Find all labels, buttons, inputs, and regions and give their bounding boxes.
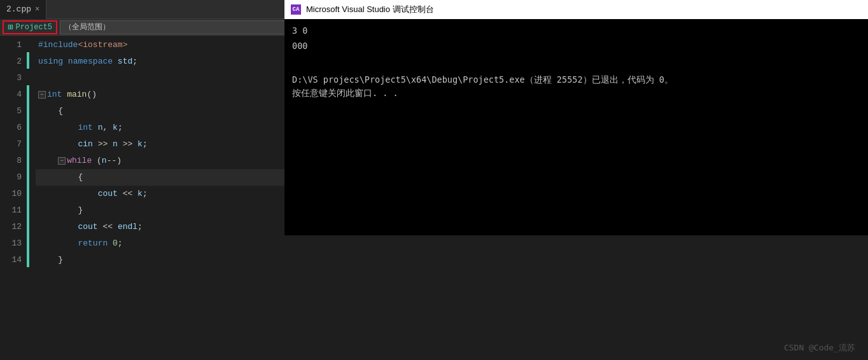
project-selector[interactable]: ⊞ Project5 <box>3 20 57 34</box>
main-area: 1 2 3 4 5 6 7 8 9 10 11 12 13 14 <box>0 36 868 360</box>
code-line-5: { <box>36 103 284 120</box>
watermark: CSDN @Code_流苏 <box>784 342 855 354</box>
code-line-3 <box>36 70 284 87</box>
code-line-6: int n, k; <box>36 120 284 136</box>
watermark-text: CSDN @Code_流苏 <box>784 343 855 352</box>
code-line-8: −while (n--) <box>36 153 284 169</box>
console-app-icon: CA <box>291 4 301 15</box>
code-line-4: −int main() <box>36 87 284 103</box>
line-numbers: 1 2 3 4 5 6 7 8 9 10 11 12 13 14 <box>0 36 27 360</box>
project-icon: ⊞ <box>8 22 13 32</box>
press-key-line: 按任意键关闭此窗口. . . <box>292 87 860 100</box>
console-window: CA Microsoft Visual Studio 调试控制台 3 0 000… <box>284 0 868 235</box>
output-line-1: 3 0 <box>292 24 860 38</box>
console-title: Microsoft Visual Studio 调试控制台 <box>306 4 434 15</box>
code-line-13: return 0; <box>36 235 284 252</box>
code-line-7: cin >> n >> k; <box>36 136 284 153</box>
code-line-12: cout << endl; <box>36 219 284 235</box>
code-line-10: cout << k; <box>36 186 284 202</box>
code-line-1: #include<iostream> <box>36 37 284 53</box>
code-line-9: { <box>36 169 284 186</box>
console-body: 3 0 000 D:\VS projecs\Project5\x64\Debug… <box>284 19 868 106</box>
code-line-14: } <box>36 252 284 268</box>
code-editor: 1 2 3 4 5 6 7 8 9 10 11 12 13 14 <box>0 36 284 360</box>
file-tab[interactable]: 2.cpp × <box>0 0 46 19</box>
scope-label: （全局范围） <box>64 22 110 32</box>
code-line-2: using namespace std; <box>36 53 284 70</box>
gutter <box>27 36 36 360</box>
tab-filename: 2.cpp <box>6 4 31 14</box>
fold-btn-8[interactable]: − <box>58 157 66 165</box>
code-content: #include<iostream> using namespace std; … <box>36 36 284 360</box>
project-label: Project5 <box>15 23 52 32</box>
console-icon-label: CA <box>293 6 300 13</box>
exit-line: D:\VS projecs\Project5\x64\Debug\Project… <box>292 73 860 87</box>
console-titlebar: CA Microsoft Visual Studio 调试控制台 <box>284 0 868 19</box>
output-line-2: 000 <box>292 39 860 53</box>
close-icon[interactable]: × <box>35 5 39 14</box>
output-line-3 <box>292 54 860 68</box>
fold-btn-4[interactable]: − <box>38 91 46 99</box>
code-line-11: } <box>36 202 284 219</box>
